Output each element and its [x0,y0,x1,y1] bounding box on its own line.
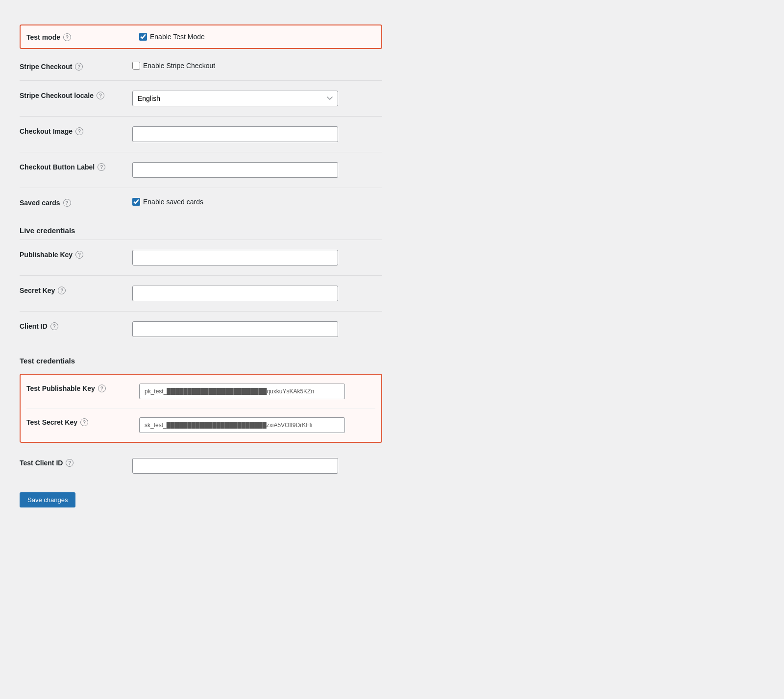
checkout-image-help-icon[interactable]: ? [75,127,83,135]
stripe-checkout-checkbox-label: Enable Stripe Checkout [143,62,215,70]
checkout-image-label: Checkout Image ? [20,126,132,135]
client-id-control [132,321,382,337]
checkout-button-label-text: Checkout Button Label [20,163,95,171]
secret-key-input[interactable] [132,286,338,301]
secret-key-control [132,286,382,301]
checkout-image-input[interactable] [132,126,338,142]
client-id-input[interactable] [132,321,338,337]
test-client-id-input[interactable] [132,458,338,474]
stripe-checkout-label-text: Stripe Checkout [20,63,72,71]
test-client-id-label-text: Test Client ID [20,459,63,467]
saved-cards-row: Saved cards ? Enable saved cards [20,189,382,216]
saved-cards-control: Enable saved cards [132,198,382,206]
test-mode-checkbox-wrapper[interactable]: Enable Test Mode [139,33,205,41]
locale-row: Stripe Checkout locale ? English Auto Ch… [20,82,382,115]
saved-cards-label: Saved cards ? [20,198,132,207]
stripe-checkout-row: Stripe Checkout ? Enable Stripe Checkout [20,53,382,79]
test-publishable-key-label: Test Publishable Key ? [26,384,139,392]
test-publishable-key-row: Test Publishable Key ? [26,375,375,409]
test-publishable-key-label-text: Test Publishable Key [26,385,95,392]
test-secret-key-row: Test Secret Key ? [26,409,375,442]
checkout-button-label-row: Checkout Button Label ? [20,153,382,187]
locale-label: Stripe Checkout locale ? [20,91,132,99]
test-mode-section: Test mode ? Enable Test Mode [20,24,382,49]
save-button-container: Save changes [20,482,382,507]
settings-panel: Test mode ? Enable Test Mode Stripe Chec… [15,15,387,517]
stripe-checkout-help-icon[interactable]: ? [75,63,83,71]
publishable-key-control [132,250,382,265]
live-credentials-title: Live credentials [20,216,382,239]
checkout-image-row: Checkout Image ? [20,118,382,151]
test-client-id-row: Test Client ID ? [20,449,382,482]
locale-help-icon[interactable]: ? [97,92,104,99]
test-secret-key-label-text: Test Secret Key [26,418,77,426]
secret-key-label-text: Secret Key [20,287,55,294]
locale-select[interactable]: English Auto Chinese Dutch French German… [132,91,338,106]
saved-cards-checkbox-label: Enable saved cards [143,198,203,206]
test-mode-label: Test mode ? [26,32,139,41]
test-secret-key-label: Test Secret Key ? [26,417,139,426]
publishable-key-input[interactable] [132,250,338,265]
saved-cards-checkbox-wrapper[interactable]: Enable saved cards [132,198,203,206]
checkout-button-label-input[interactable] [132,162,338,178]
test-secret-key-input[interactable] [139,417,345,433]
client-id-label-text: Client ID [20,322,48,330]
publishable-key-help-icon[interactable]: ? [75,251,83,259]
test-keys-group: Test Publishable Key ? Test Secret Key ? [20,374,382,443]
saved-cards-help-icon[interactable]: ? [63,199,71,207]
publishable-key-row: Publishable Key ? [20,241,382,274]
secret-key-help-icon[interactable]: ? [58,287,66,294]
checkout-button-label-label: Checkout Button Label ? [20,162,132,171]
stripe-checkout-control: Enable Stripe Checkout [132,62,382,70]
checkout-button-help-icon[interactable]: ? [98,163,105,171]
test-mode-help-icon[interactable]: ? [63,33,71,41]
test-publishable-key-control [139,384,375,399]
client-id-label: Client ID ? [20,321,132,330]
test-client-id-help-icon[interactable]: ? [66,459,74,467]
test-credentials-title: Test credentials [20,346,382,369]
locale-label-text: Stripe Checkout locale [20,92,94,99]
client-id-help-icon[interactable]: ? [50,322,58,330]
test-client-id-label: Test Client ID ? [20,458,132,467]
test-secret-key-control [139,417,375,433]
client-id-row: Client ID ? [20,313,382,346]
stripe-checkout-label: Stripe Checkout ? [20,62,132,71]
checkout-image-control [132,126,382,142]
test-publishable-key-input[interactable] [139,384,345,399]
stripe-checkout-checkbox-wrapper[interactable]: Enable Stripe Checkout [132,62,215,70]
test-mode-checkbox-label: Enable Test Mode [150,33,205,41]
checkout-button-label-control [132,162,382,178]
save-changes-button[interactable]: Save changes [20,492,75,507]
test-mode-checkbox[interactable] [139,33,147,41]
checkout-image-label-text: Checkout Image [20,127,73,135]
stripe-checkout-checkbox[interactable] [132,62,140,70]
publishable-key-label: Publishable Key ? [20,250,132,259]
publishable-key-label-text: Publishable Key [20,251,73,259]
saved-cards-label-text: Saved cards [20,199,60,207]
test-publishable-key-help-icon[interactable]: ? [98,385,106,392]
test-client-id-control [132,458,382,474]
secret-key-row: Secret Key ? [20,277,382,310]
test-mode-label-text: Test mode [26,33,60,41]
locale-control: English Auto Chinese Dutch French German… [132,91,382,106]
saved-cards-checkbox[interactable] [132,198,140,206]
test-secret-key-help-icon[interactable]: ? [80,418,88,426]
secret-key-label: Secret Key ? [20,286,132,294]
test-mode-control: Enable Test Mode [139,33,375,41]
